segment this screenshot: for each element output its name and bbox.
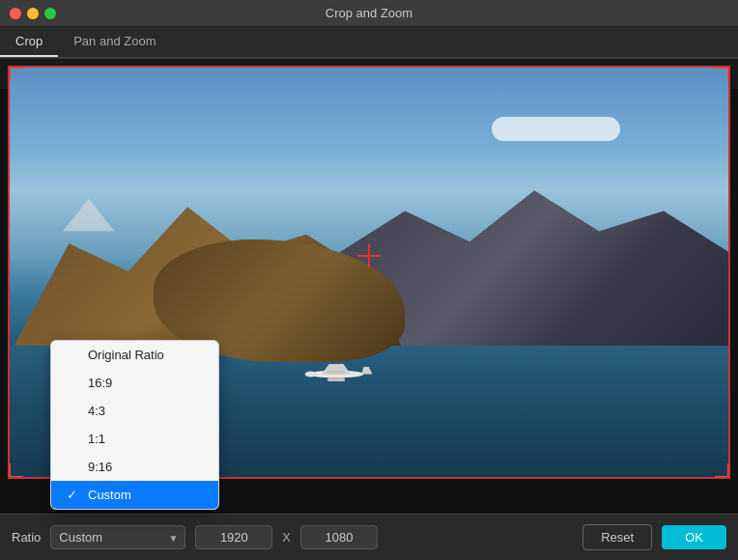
svg-rect-5	[327, 370, 345, 374]
dropdown-item-1-1[interactable]: 1:1	[51, 425, 218, 453]
tabbar: Crop Pan and Zoom	[0, 27, 738, 58]
crosshair	[357, 244, 381, 267]
cloud	[492, 117, 621, 141]
airplane	[298, 358, 375, 387]
svg-point-3	[304, 371, 316, 377]
dropdown-item-9-16[interactable]: 9:16	[51, 453, 218, 481]
dropdown-item-4-3[interactable]: 4:3	[51, 397, 218, 425]
minimize-button[interactable]	[27, 8, 39, 19]
svg-rect-4	[327, 378, 345, 381]
width-input[interactable]	[195, 525, 272, 549]
ratio-select[interactable]: Original Ratio 16:9 4:3 1:1 9:16 Custom	[50, 525, 185, 549]
x-separator: X	[282, 530, 291, 545]
tab-crop[interactable]: Crop	[0, 26, 58, 57]
ratio-dropdown-popup[interactable]: Original Ratio 16:9 4:3 1:1 9:16 ✓ Custo…	[50, 340, 219, 510]
dropdown-item-original[interactable]: Original Ratio	[51, 341, 218, 369]
ok-button[interactable]: OK	[662, 525, 726, 549]
bottom-controls: Ratio Original Ratio 16:9 4:3 1:1 9:16 C…	[0, 514, 738, 560]
ratio-label: Ratio	[12, 530, 41, 545]
snow-cap	[45, 199, 131, 232]
dropdown-item-16-9[interactable]: 16:9	[51, 369, 218, 397]
svg-marker-2	[361, 367, 372, 375]
dropdown-item-custom[interactable]: ✓ Custom	[51, 481, 218, 509]
airplane-icon	[298, 358, 375, 387]
close-button[interactable]	[10, 8, 21, 19]
corner-br[interactable]	[715, 463, 730, 479]
maximize-button[interactable]	[44, 8, 56, 19]
window-title: Crop and Zoom	[326, 6, 412, 20]
check-icon-custom: ✓	[67, 488, 80, 502]
traffic-lights	[10, 8, 56, 19]
height-input[interactable]	[300, 525, 378, 549]
corner-tl[interactable]	[8, 66, 23, 81]
ratio-select-wrapper: Original Ratio 16:9 4:3 1:1 9:16 Custom …	[50, 525, 185, 549]
tab-pan-zoom[interactable]: Pan and Zoom	[58, 26, 171, 57]
corner-bl[interactable]	[8, 463, 23, 479]
titlebar: Crop and Zoom	[0, 0, 738, 27]
corner-tr[interactable]	[715, 66, 730, 81]
main-content: 00:00:00:00 Ratio Original Ratio 16:9 4:…	[0, 58, 738, 560]
reset-button[interactable]: Reset	[582, 524, 652, 550]
